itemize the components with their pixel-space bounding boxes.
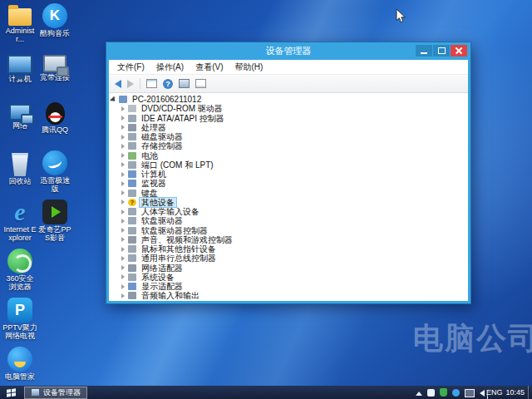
tree-item-label[interactable]: PC-201606211012 <box>131 95 203 104</box>
expand-arrow-icon[interactable] <box>121 116 125 121</box>
desktop-icon-pptv[interactable]: PPTV聚力网络电视 <box>2 298 37 347</box>
expand-arrow-icon[interactable] <box>121 256 125 261</box>
tree-item[interactable]: 鼠标和其他指针设备 <box>109 244 468 254</box>
expand-arrow-icon[interactable] <box>121 153 125 158</box>
tree-item-label[interactable]: 鼠标和其他指针设备 <box>140 244 218 254</box>
menu-file[interactable]: 文件(F) <box>111 62 150 73</box>
tree-item[interactable]: ?其他设备 <box>109 198 468 207</box>
expand-arrow-icon[interactable] <box>121 237 125 242</box>
tree-root[interactable]: PC-201606211012 <box>109 95 468 104</box>
tree-item[interactable]: 监视器 <box>109 179 468 188</box>
tree-item-label[interactable]: 电池 <box>140 151 160 160</box>
collapse-arrow-icon[interactable] <box>110 96 117 103</box>
tree-item[interactable]: 键盘 <box>109 189 468 198</box>
tray-app-icon[interactable] <box>427 389 435 397</box>
console-icon[interactable] <box>146 79 157 88</box>
expand-arrow-icon[interactable] <box>121 265 125 270</box>
scan-icon[interactable] <box>179 79 190 88</box>
menu-help[interactable]: 帮助(H) <box>229 62 268 73</box>
desktop-icon-pps[interactable]: 爱奇艺PPS影音 <box>37 200 72 249</box>
taskbar-clock[interactable]: 10:45 <box>504 388 526 397</box>
expand-arrow-icon[interactable] <box>121 144 125 149</box>
tree-item-label[interactable]: 系统设备 <box>140 273 176 282</box>
tree-item[interactable]: 显示适配器 <box>109 282 468 291</box>
desktop-icon-broadband[interactable]: 宽带连接 <box>37 52 72 101</box>
expand-arrow-icon[interactable] <box>121 181 125 186</box>
tree-item-label[interactable]: 存储控制器 <box>140 141 185 150</box>
tree-item-label[interactable]: 软盘驱动器控制器 <box>140 226 209 235</box>
tree-item[interactable]: 人体学输入设备 <box>109 207 468 216</box>
tree-item-label[interactable]: 计算机 <box>140 170 168 179</box>
desktop-icon-360[interactable]: 360安全浏览器 <box>2 249 37 298</box>
tree-item-label[interactable]: 显示适配器 <box>140 282 185 291</box>
expand-arrow-icon[interactable] <box>121 284 125 289</box>
desktop-icon-network[interactable]: 网络 <box>2 101 37 150</box>
expand-arrow-icon[interactable] <box>121 293 125 298</box>
tree-item-label[interactable]: 键盘 <box>140 189 160 198</box>
qq-tray-icon[interactable] <box>452 389 460 397</box>
expand-arrow-icon[interactable] <box>121 172 125 177</box>
desktop-icon-qq[interactable]: 腾讯QQ <box>37 101 72 150</box>
taskbar-app-device-manager[interactable]: 设备管理器 <box>24 387 87 399</box>
tree-item-label[interactable]: 其他设备 <box>140 198 176 207</box>
tree-item-label[interactable]: 通用串行总线控制器 <box>140 254 218 263</box>
expand-arrow-icon[interactable] <box>121 125 125 130</box>
minimize-button[interactable] <box>416 45 432 57</box>
tree-item[interactable]: 网络适配器 <box>109 264 468 273</box>
tree-item[interactable]: DVD/CD-ROM 驱动器 <box>109 104 468 113</box>
tree-item[interactable]: 通用串行总线控制器 <box>109 254 468 263</box>
desktop-icon-ie[interactable]: Internet Explorer <box>2 200 37 249</box>
expand-arrow-icon[interactable] <box>121 274 125 279</box>
tree-item-label[interactable]: 网络适配器 <box>140 264 185 273</box>
tree-item[interactable]: 声音、视频和游戏控制器 <box>109 235 468 244</box>
expand-arrow-icon[interactable] <box>121 106 125 111</box>
show-desktop-button[interactable] <box>528 386 532 399</box>
tree-item-label[interactable]: 音频输入和输出 <box>140 291 201 300</box>
expand-arrow-icon[interactable] <box>121 200 125 204</box>
tree-item[interactable]: IDE ATA/ATAPI 控制器 <box>109 114 468 123</box>
expand-arrow-icon[interactable] <box>121 162 125 167</box>
expand-arrow-icon[interactable] <box>121 219 125 224</box>
tree-item[interactable]: 系统设备 <box>109 273 468 282</box>
tree-item-label[interactable]: DVD/CD-ROM 驱动器 <box>140 104 224 113</box>
help-icon[interactable] <box>163 79 173 89</box>
security-shield-icon[interactable] <box>440 388 447 397</box>
expand-arrow-icon[interactable] <box>121 247 125 252</box>
menu-action[interactable]: 操作(A) <box>150 62 190 73</box>
desktop-icon-recycle[interactable]: 回收站 <box>2 150 37 200</box>
tree-item[interactable]: 存储控制器 <box>109 141 468 150</box>
tree-item-label[interactable]: 监视器 <box>140 179 168 188</box>
expand-arrow-icon[interactable] <box>121 209 125 214</box>
tree-item-label[interactable]: 声音、视频和游戏控制器 <box>140 235 234 244</box>
props-icon[interactable] <box>195 79 206 88</box>
tree-item-label[interactable]: 人体学输入设备 <box>140 207 201 216</box>
forward-icon[interactable] <box>127 80 134 88</box>
menu-view[interactable]: 查看(V) <box>190 62 229 73</box>
tree-item[interactable]: 计算机 <box>109 170 468 179</box>
tree-item[interactable]: 软盘驱动器控制器 <box>109 226 468 235</box>
tree-item[interactable]: 音频输入和输出 <box>109 291 468 300</box>
desktop-icon-kugou[interactable]: 酷狗音乐 <box>37 3 72 52</box>
desktop-icon-computer[interactable]: 计算机 <box>2 52 37 101</box>
tree-item-label[interactable]: 磁盘驱动器 <box>140 132 185 141</box>
tree-item[interactable]: 软盘驱动器 <box>109 216 468 225</box>
tree-item-label[interactable]: 处理器 <box>140 123 168 132</box>
expand-arrow-icon[interactable] <box>121 135 125 140</box>
desktop-icon-folder[interactable]: Administr... <box>2 3 37 52</box>
expand-arrow-icon[interactable] <box>121 190 125 195</box>
tree-item[interactable]: 电池 <box>109 151 468 160</box>
hidden-icons-chevron-icon[interactable] <box>416 392 422 396</box>
desktop-icon-xunlei[interactable]: 迅雷极速版 <box>37 150 72 200</box>
tree-item[interactable]: 处理器 <box>109 123 468 132</box>
tree-item-label[interactable]: 软盘驱动器 <box>140 216 185 225</box>
tree-item[interactable]: 端口 (COM 和 LPT) <box>109 160 468 170</box>
tree-item[interactable]: 磁盘驱动器 <box>109 132 468 141</box>
back-icon[interactable] <box>115 80 121 88</box>
tree-item-label[interactable]: IDE ATA/ATAPI 控制器 <box>140 114 226 123</box>
close-button[interactable] <box>451 45 467 57</box>
start-button[interactable] <box>0 386 22 399</box>
expand-arrow-icon[interactable] <box>121 228 125 233</box>
tree-item-label[interactable]: 端口 (COM 和 LPT) <box>140 160 215 170</box>
volume-tray-icon[interactable] <box>480 390 485 397</box>
titlebar[interactable]: 设备管理器 <box>106 42 470 60</box>
